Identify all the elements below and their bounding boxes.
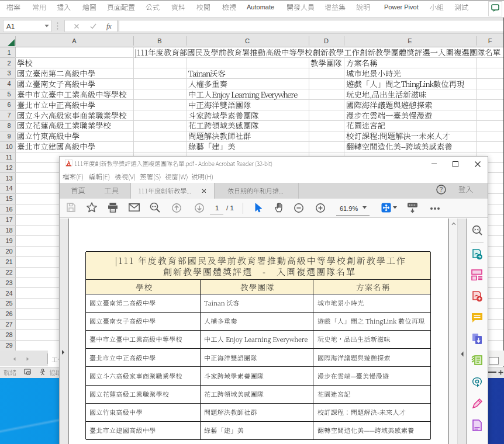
- svg-text:?: ?: [439, 186, 443, 193]
